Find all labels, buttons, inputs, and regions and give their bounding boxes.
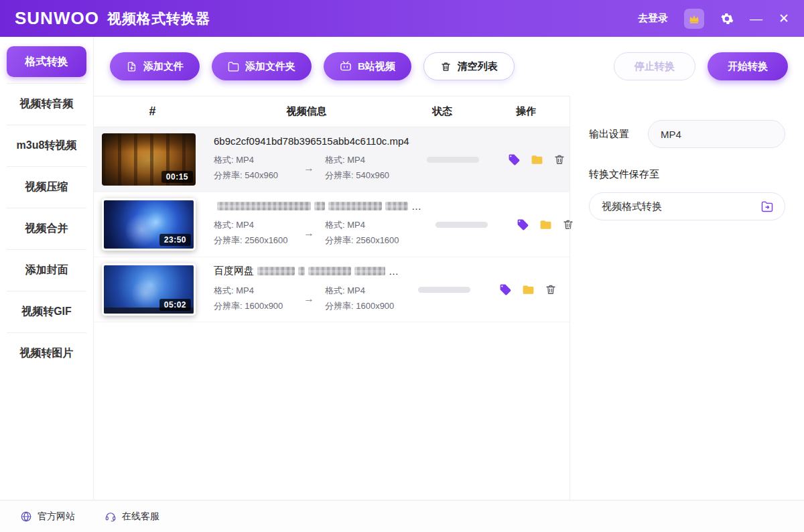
source-format: 格式: MP4 [214,283,293,299]
duration-badge: 23:50 [159,234,191,246]
open-folder-icon[interactable] [539,218,552,231]
sidebar-item-video-merge[interactable]: 视频合并 [7,208,86,249]
redacted-filename [314,202,325,210]
rename-tag-icon[interactable] [508,153,521,166]
bilibili-tv-icon [340,60,352,72]
col-header-operations: 操作 [482,105,570,118]
add-folder-button[interactable]: 添加文件夹 [212,52,312,80]
table-header: # 视频信息 状态 操作 [94,96,570,127]
trash-icon [440,61,452,72]
redacted-filename [328,202,382,210]
sidebar: 格式转换 视频转音频 m3u8转视频 视频压缩 视频合并 添加封面 视频转GIF… [0,37,94,500]
sidebar-item-video-to-audio[interactable]: 视频转音频 [7,83,86,125]
table-row[interactable]: 00:15 6b9c2cf0941bd78b396515abb4c6110c.m… [94,127,570,192]
target-format: 格式: MP4 [325,153,404,168]
progress-bar [418,287,470,293]
redacted-filename [257,267,295,275]
open-folder-icon[interactable] [531,153,543,166]
delete-icon[interactable] [545,283,557,295]
sidebar-item-add-cover[interactable]: 添加封面 [7,249,86,291]
sidebar-item-video-compress[interactable]: 视频压缩 [7,166,86,208]
start-convert-button[interactable]: 开始转换 [708,52,788,80]
convert-arrow-icon: → [304,289,314,308]
table-row[interactable]: 05:02 百度网盘 … [94,257,570,322]
open-folder-icon[interactable] [522,283,535,296]
save-path-picker[interactable]: 视频格式转换 [589,192,785,220]
target-resolution: 分辨率: 1600x900 [325,299,404,314]
progress-bar [436,222,488,228]
target-format: 格式: MP4 [325,283,404,299]
headset-icon [105,511,117,523]
globe-icon [20,511,32,523]
official-website-link[interactable]: 官方网站 [20,511,75,523]
video-filename-redacted: … [214,200,421,212]
file-plus-icon [126,61,137,72]
redacted-filename [354,267,385,275]
login-button[interactable]: 去登录 [638,12,668,25]
stop-convert-button[interactable]: 停止转换 [614,52,695,80]
sidebar-item-video-to-image[interactable]: 视频转图片 [7,332,86,374]
footer: 官方网站 在线客服 [0,500,804,532]
sidebar-item-video-to-gif[interactable]: 视频转GIF [7,291,86,332]
video-thumbnail: 00:15 [102,133,196,186]
video-thumbnail: 23:50 [102,198,196,251]
bilibili-video-button[interactable]: B站视频 [324,52,411,80]
output-format-select[interactable]: MP4 [648,120,785,148]
col-header-video-info: 视频信息 [211,105,402,118]
video-filename-redacted: 百度网盘 … [214,265,404,277]
source-format: 格式: MP4 [214,153,293,168]
col-header-index: # [94,105,211,119]
output-settings-label: 输出设置 [589,128,629,141]
convert-arrow-icon: → [304,224,314,243]
redacted-filename [217,202,311,210]
target-resolution: 分辨率: 2560x1600 [325,233,404,249]
close-button[interactable]: ✕ [779,12,789,25]
toolbar: 添加文件 添加文件夹 B站视频 [94,37,804,96]
app-title: 视频格式转换器 [107,9,210,28]
progress-bar [427,157,479,163]
col-header-status: 状态 [402,105,482,118]
rename-tag-icon[interactable] [499,283,512,296]
online-support-link[interactable]: 在线客服 [105,511,159,523]
rename-tag-icon[interactable] [517,218,529,231]
crown-icon [688,13,700,25]
gear-icon [720,12,734,25]
redacted-filename [385,202,408,210]
brand-logo: SUNWOO [15,8,99,29]
duration-badge: 00:15 [161,171,193,183]
folder-icon [228,61,239,72]
convert-arrow-icon: → [304,159,314,178]
vip-crown-button[interactable] [684,9,704,29]
video-list: # 视频信息 状态 操作 00:15 6b9c2cf0941bd78b39651… [94,96,570,500]
settings-panel: 输出设置 MP4 转换文件保存至 视频格式转换 [570,96,804,500]
titlebar: SUNWOO 视频格式转换器 去登录 — ✕ [0,0,804,37]
settings-button[interactable] [720,12,734,25]
source-resolution: 分辨率: 2560x1600 [214,233,293,249]
duration-badge: 05:02 [159,299,191,311]
redacted-filename [308,267,351,275]
video-thumbnail: 05:02 [102,263,196,316]
save-location-label: 转换文件保存至 [589,168,785,181]
add-file-button[interactable]: 添加文件 [110,52,200,80]
app-window: SUNWOO 视频格式转换器 去登录 — ✕ 格式转换 视频转音频 m3u8转视… [0,0,804,532]
source-resolution: 分辨率: 540x960 [214,168,293,184]
table-row[interactable]: 23:50 … [94,192,570,257]
delete-icon[interactable] [553,153,565,165]
target-resolution: 分辨率: 540x960 [325,168,404,184]
sidebar-item-format-convert[interactable]: 格式转换 [7,46,86,77]
sidebar-item-m3u8-to-video[interactable]: m3u8转视频 [7,125,86,166]
redacted-filename [298,267,305,275]
video-filename: 6b9c2cf0941bd78b396515abb4c6110c.mp4 [214,135,413,147]
target-format: 格式: MP4 [325,218,404,233]
source-resolution: 分辨率: 1600x900 [214,299,293,314]
clear-list-button[interactable]: 清空列表 [423,52,515,80]
minimize-button[interactable]: — [750,12,762,25]
source-format: 格式: MP4 [214,218,293,233]
folder-export-icon[interactable] [760,200,774,213]
